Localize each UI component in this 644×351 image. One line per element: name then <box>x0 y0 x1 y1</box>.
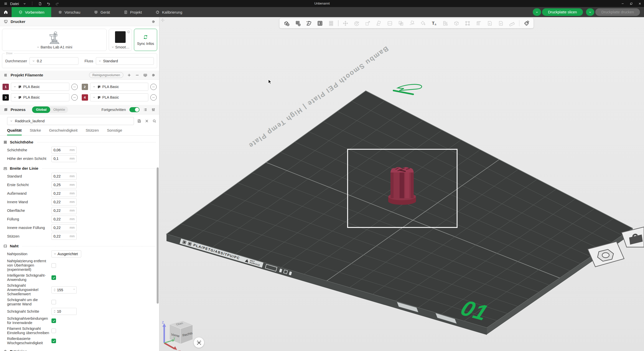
process-tab-stützen[interactable]: Stützen <box>86 128 99 135</box>
filament-settings-gear-icon[interactable] <box>151 73 156 77</box>
scope-toggle[interactable]: Global Objekte <box>32 106 68 113</box>
tab-kalibrierung[interactable]: Kalibrierung <box>149 7 189 17</box>
filament-color-badge[interactable]: 1 <box>3 84 9 90</box>
setting-spinner[interactable]: 10 <box>51 308 77 315</box>
filament-select[interactable]: PLA Basic <box>11 93 69 101</box>
slice-plate-button[interactable]: Druckplatte slicen <box>542 8 583 16</box>
menu-chevron-icon[interactable] <box>21 2 27 6</box>
filament-edit-button[interactable] <box>150 84 157 90</box>
diameter-select[interactable]: 0.2 <box>30 57 78 65</box>
minimize-button[interactable] <box>618 0 627 7</box>
setting-checkbox[interactable] <box>51 318 56 323</box>
process-tab-geschwindigkeit[interactable]: Geschwindigkeit <box>49 128 78 135</box>
doc-p-tool-icon[interactable]: P <box>495 19 507 27</box>
remove-filament-icon[interactable] <box>135 73 139 77</box>
tune-icon[interactable] <box>151 107 156 112</box>
rotate-tool-icon[interactable] <box>351 19 362 27</box>
setting-checkbox[interactable] <box>51 275 56 280</box>
setting-select[interactable]: Ausgerichtet <box>51 250 81 257</box>
tab-vorschau[interactable]: Vorschau <box>51 7 87 17</box>
tab-vorbereiten[interactable]: Vorbereiten <box>12 7 51 17</box>
filament-edit-button[interactable] <box>71 84 78 90</box>
setting-input[interactable]: 0,22mm <box>51 233 77 240</box>
filament-color-badge[interactable]: 4 <box>82 94 88 101</box>
slice-dropdown-button[interactable] <box>533 8 541 16</box>
setting-input[interactable]: 0,22mm <box>51 207 77 214</box>
save-preset-icon[interactable] <box>137 119 142 123</box>
maximize-button[interactable] <box>627 0 635 7</box>
setting-checkbox[interactable] <box>51 339 56 343</box>
printer-selector-card[interactable]: Bambu Lab A1 mini <box>2 29 107 51</box>
assembly-tool-icon[interactable] <box>521 19 532 27</box>
setting-input[interactable]: 0,25mm <box>51 181 77 188</box>
add-plate-tool-icon[interactable] <box>292 19 303 27</box>
plate-type-card[interactable]: Smoot… <box>109 29 132 51</box>
process-tab-sonstige[interactable]: Sonstige <box>107 128 122 135</box>
flow-select[interactable]: Standard <box>96 57 154 65</box>
info-icon[interactable] <box>127 30 130 34</box>
filament-select[interactable]: PLA Basic <box>90 83 149 91</box>
scale-tool-icon[interactable] <box>362 19 373 27</box>
doc-zero-tool-icon[interactable]: 0 <box>484 19 495 27</box>
support-paint-tool-icon[interactable] <box>462 19 473 27</box>
viewport-3d[interactable]: Bambu Smooth PEI Plate | High Temp Plate… <box>159 17 644 351</box>
mesh-edit-tool-icon[interactable] <box>451 19 462 27</box>
lay-flat-tool-icon[interactable] <box>373 19 384 27</box>
setting-input[interactable]: 0,22mm <box>51 198 77 206</box>
ams-sync-icon[interactable] <box>143 73 148 77</box>
split-objects-tool-icon[interactable] <box>384 19 396 27</box>
print-dropdown-button[interactable] <box>586 8 594 16</box>
settings-list-icon[interactable] <box>143 107 148 112</box>
advanced-toggle[interactable] <box>129 107 139 112</box>
setting-spinner[interactable]: 155° <box>51 286 77 294</box>
filament-select[interactable]: PLA Basic <box>90 93 149 101</box>
add-object-tool-icon[interactable] <box>281 19 292 27</box>
file-menu[interactable]: Datei <box>3 2 19 6</box>
search-icon[interactable] <box>152 119 157 123</box>
variable-layer-tool-icon[interactable] <box>440 19 451 27</box>
scope-objects[interactable]: Objekte <box>50 108 68 111</box>
sync-infos-button[interactable]: Sync Infos <box>134 29 157 51</box>
new-file-icon[interactable] <box>37 2 43 6</box>
auto-orient-tool-icon[interactable]: AUTO <box>303 19 314 27</box>
measure-tool-icon[interactable] <box>507 19 518 27</box>
scope-global[interactable]: Global <box>32 106 50 113</box>
layers-stack-tool-icon[interactable] <box>325 19 337 27</box>
paint-tool-icon[interactable] <box>418 19 429 27</box>
fit-view-button[interactable] <box>194 337 204 348</box>
scrollbar-thumb[interactable] <box>157 167 159 304</box>
filament-edit-button[interactable] <box>71 94 78 101</box>
cleaning-volume-button[interactable]: Reinigungsvolumen <box>89 72 123 78</box>
filament-color-badge[interactable]: 3 <box>3 94 9 101</box>
filament-color-badge[interactable]: 2 <box>82 84 88 90</box>
panel-collapse-handle[interactable] <box>161 18 165 22</box>
build-plate[interactable] <box>166 91 633 328</box>
redo-icon[interactable] <box>54 2 60 6</box>
add-filament-icon[interactable] <box>127 73 131 77</box>
seam-paint-tool-icon[interactable] <box>473 19 484 27</box>
setting-input[interactable]: 0,22mm <box>51 216 77 223</box>
close-button[interactable] <box>635 0 644 7</box>
process-tab-stärke[interactable]: Stärke <box>30 128 41 135</box>
setting-input[interactable]: 0,22mm <box>51 190 77 197</box>
text-tool-tool-icon[interactable]: Ta <box>429 19 440 27</box>
reset-preset-icon[interactable] <box>145 119 149 123</box>
printer-settings-gear-icon[interactable] <box>151 19 156 24</box>
setting-input[interactable]: 0,22mm <box>51 224 77 231</box>
move-tool-icon[interactable] <box>340 19 351 27</box>
arrange-tool-icon[interactable] <box>314 19 325 27</box>
setting-input[interactable]: 0,22mm <box>51 173 77 180</box>
setting-checkbox[interactable] <box>51 300 56 304</box>
model-object[interactable] <box>388 167 416 205</box>
filament-edit-button[interactable] <box>150 94 157 101</box>
setting-input[interactable]: 0,1mm <box>51 155 77 162</box>
preset-select[interactable]: Raddruck_laufend <box>7 117 134 125</box>
setting-checkbox[interactable] <box>51 329 56 333</box>
setting-input[interactable]: 0,06mm <box>51 147 77 154</box>
boolean-tool-icon[interactable] <box>396 19 407 27</box>
process-tab-qualität[interactable]: Qualität <box>7 128 22 135</box>
tab-projekt[interactable]: Projekt <box>117 7 149 17</box>
cut-tool-icon[interactable] <box>407 19 418 27</box>
setting-checkbox[interactable] <box>51 263 56 268</box>
tab-gerät[interactable]: Gerät <box>87 7 117 17</box>
